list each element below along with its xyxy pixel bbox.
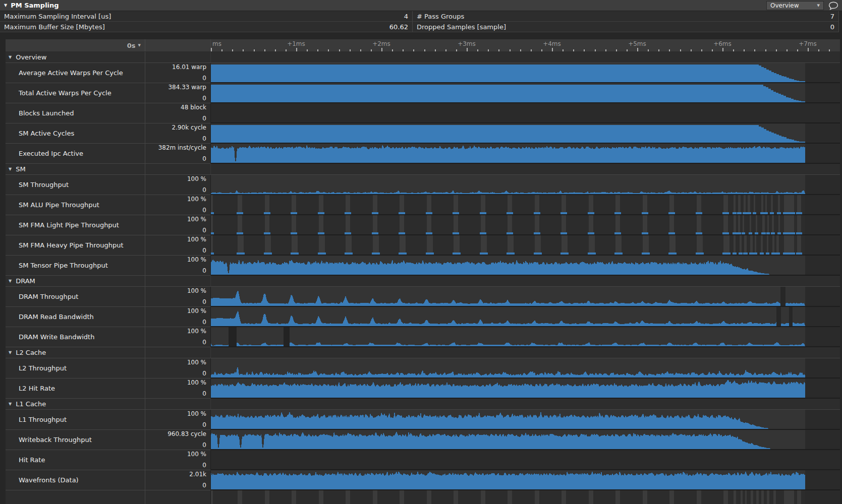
chart-empty-region [805,215,840,234]
metric-min-value: 0 [202,339,206,346]
kernel-stripe [741,490,743,504]
metric-chart[interactable] [211,470,840,490]
ruler-tick [669,49,670,51]
collapse-triangle-icon[interactable]: ▼ [4,3,7,8]
kernel-stripe [319,195,323,214]
chart-data-segment [696,232,702,234]
section-label: DRAM [16,277,35,285]
comment-bubble-icon[interactable] [828,2,838,12]
metric-chart[interactable] [211,307,840,327]
kernel-stripe [427,195,431,214]
view-selector-dropdown[interactable]: Overview ▼ [766,1,824,10]
metric-label[interactable]: DRAM Read Bandwidth [6,307,145,327]
chart-data-segment [264,253,272,255]
chart-data-segment [372,253,380,255]
metric-label[interactable]: Blocks Launched [6,103,145,123]
metric-max-value: 384.33 warp [168,84,206,91]
metric-label[interactable] [6,490,145,504]
metric-chart[interactable] [211,430,840,450]
kernel-stripe [772,235,774,255]
time-origin-dropdown[interactable]: 0s ▼ [6,39,145,51]
kernel-stripe [723,215,728,234]
metric-label[interactable]: Total Active Warps Per Cycle [6,83,145,103]
ruler-label: +3ms [458,40,476,47]
metric-label[interactable]: L1 Throughput [6,410,145,430]
ruler-tick [808,48,809,51]
metric-row: Total Active Warps Per Cycle384.33 warp0 [6,83,840,103]
ruler-tick [563,49,564,51]
section-value-cell [145,164,211,174]
metric-row: Wavefronts (Data)2.01k0 [6,470,840,490]
metric-label[interactable]: SM ALU Pipe Throughput [6,195,145,215]
section-header-overview[interactable]: ▼Overview [6,52,840,63]
collapse-triangle-icon[interactable]: ▼ [9,55,12,59]
metric-label[interactable]: SM Tensor Pipe Throughput [6,256,145,276]
metric-chart[interactable] [211,123,840,144]
chart-data-segment [507,212,513,214]
metric-label[interactable]: Writeback Throughput [6,430,145,450]
kernel-stripe [292,215,296,234]
metric-label[interactable]: DRAM Write Bandwidth [6,327,145,347]
metric-chart[interactable] [211,144,840,164]
metric-label[interactable]: Average Active Warps Per Cycle [6,63,145,83]
section-header-l1-cache[interactable]: ▼L1 Cache [6,399,840,410]
metric-chart[interactable] [211,410,840,430]
metric-chart[interactable] [211,83,840,103]
section-header-l2-cache[interactable]: ▼L2 Cache [6,347,840,358]
metric-label[interactable]: L2 Throughput [6,358,145,379]
chart-data-segment [264,232,270,234]
metric-chart[interactable] [211,327,840,347]
collapse-triangle-icon[interactable]: ▼ [9,402,12,406]
metric-min-value: 0 [202,186,206,194]
chart-data-segment [783,253,795,255]
metric-chart[interactable] [211,63,840,83]
metric-label[interactable]: DRAM Throughput [6,287,145,307]
section-header-sm[interactable]: ▼SM [6,164,840,175]
metric-chart[interactable] [211,256,840,276]
metric-label[interactable]: SM Active Cycles [6,123,145,144]
metric-min-value: 0 [202,95,206,102]
metric-value-cell: 16.01 warp0 [145,63,211,83]
metric-label[interactable]: Executed Ipc Active [6,144,145,164]
metric-chart[interactable] [211,103,840,123]
chart-data-segment [453,253,461,255]
metric-label[interactable]: SM FMA Heavy Pipe Throughput [6,235,145,256]
kernel-stripe [562,195,566,214]
ruler-tick [339,49,340,51]
kernel-stripe [535,490,539,504]
metric-label[interactable]: SM Throughput [6,175,145,195]
ruler-tick [722,48,723,51]
metric-chart[interactable] [211,195,840,215]
metric-chart[interactable] [211,175,840,195]
metric-chart[interactable] [211,490,840,504]
metric-chart[interactable] [211,358,840,379]
chart-data-segment [507,253,515,255]
metric-label[interactable]: L2 Hit Rate [6,379,145,399]
metric-chart[interactable] [211,379,840,399]
section-header-dram[interactable]: ▼DRAM [6,276,840,287]
collapse-triangle-icon[interactable]: ▼ [9,279,12,283]
metric-chart[interactable] [211,215,840,235]
metric-chart[interactable] [211,450,840,470]
collapse-triangle-icon[interactable]: ▼ [9,167,12,171]
ruler-tick [456,49,457,51]
metric-label[interactable]: Hit Rate [6,450,145,470]
chart-data-segment [614,253,623,255]
timeline-ruler[interactable]: ms+1ms+2ms+3ms+4ms+5ms+6ms+7ms [211,39,840,51]
kernel-stripe [481,490,485,504]
ruler-tick [691,49,692,51]
chart-data-segment [426,212,432,214]
metric-label[interactable]: SM FMA Light Pipe Throughput [6,215,145,235]
metric-chart[interactable] [211,235,840,256]
chart-empty-region [805,144,840,163]
metric-chart[interactable] [211,287,840,307]
chart-empty-region [805,195,840,214]
kernel-stripe [292,490,296,504]
metric-label[interactable]: Wavefronts (Data) [6,470,145,490]
collapse-triangle-icon[interactable]: ▼ [9,350,12,355]
time-origin-value: 0s [127,42,136,49]
chart-data-segment [534,253,542,255]
kernel-stripe [615,490,620,504]
kernel-stripe [346,215,350,234]
chart-data-segment [755,232,758,234]
